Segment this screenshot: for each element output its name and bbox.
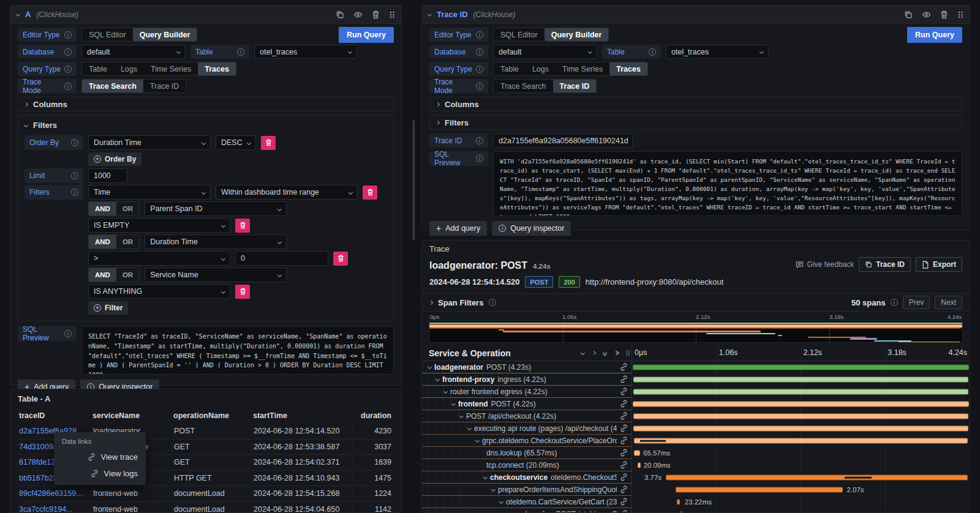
query-type-table[interactable]: Table bbox=[494, 62, 526, 75]
and-option[interactable]: AND bbox=[89, 235, 116, 249]
filter-field-select-service[interactable]: Service Name bbox=[145, 268, 287, 282]
trash-icon[interactable] bbox=[940, 10, 948, 19]
info-icon[interactable]: i bbox=[64, 330, 72, 337]
filters-section[interactable]: Filters bbox=[429, 115, 962, 130]
remove-filter-button[interactable] bbox=[333, 252, 348, 266]
remove-time-filter-button[interactable] bbox=[363, 185, 377, 200]
filters-section-header[interactable]: Filters bbox=[24, 121, 387, 130]
trace-id-option[interactable]: Trace ID bbox=[553, 80, 597, 92]
span-row[interactable]: frontendPOST (4.22s) bbox=[422, 398, 970, 410]
span-bar[interactable] bbox=[633, 414, 969, 419]
columns-section[interactable]: Columns bbox=[429, 97, 962, 111]
trace-search-option[interactable]: Trace Search bbox=[494, 80, 553, 92]
info-icon[interactable]: i bbox=[489, 299, 496, 306]
run-query-button[interactable]: Run Query bbox=[907, 27, 962, 43]
add-query-button[interactable]: +Add query bbox=[429, 221, 487, 236]
filter-time-field-select[interactable]: Time bbox=[88, 185, 211, 200]
eye-icon[interactable] bbox=[922, 10, 931, 19]
info-icon[interactable]: i bbox=[71, 172, 78, 179]
info-icon[interactable]: i bbox=[71, 189, 78, 196]
add-filter-button[interactable]: +Filter bbox=[88, 301, 128, 315]
link-icon[interactable] bbox=[620, 498, 628, 506]
table-select[interactable]: otel_traces bbox=[254, 45, 357, 59]
panel-header-a[interactable]: A (ClickHouse) bbox=[10, 6, 401, 24]
sql-editor-option[interactable]: SQL Editor bbox=[494, 28, 545, 41]
info-icon[interactable]: i bbox=[476, 48, 483, 56]
chevron-down-icon[interactable] bbox=[459, 414, 464, 418]
export-button[interactable]: Export bbox=[916, 257, 962, 272]
col-traceid[interactable]: traceID bbox=[18, 411, 91, 420]
info-icon[interactable]: i bbox=[476, 31, 483, 39]
filter-time-value-select[interactable]: Within dashboard time range bbox=[216, 185, 358, 200]
link-icon[interactable] bbox=[620, 412, 628, 420]
and-or-toggle[interactable]: ANDOR bbox=[88, 201, 140, 216]
info-icon[interactable]: i bbox=[649, 48, 656, 56]
span-row[interactable]: oteldemo.CartService/GetCart (23.22ms) 2… bbox=[422, 496, 970, 508]
query-type-toggle[interactable]: TableLogsTime SeriesTraces bbox=[493, 62, 648, 76]
database-select[interactable]: default bbox=[493, 45, 597, 59]
editor-type-toggle[interactable]: SQL EditorQuery Builder bbox=[81, 28, 197, 42]
info-icon[interactable]: i bbox=[71, 139, 78, 146]
span-bar[interactable] bbox=[634, 451, 640, 456]
collapse-chevron-icon[interactable] bbox=[428, 12, 432, 17]
give-feedback-button[interactable]: Give feedback bbox=[796, 260, 854, 269]
order-by-field-select[interactable]: Duration Time bbox=[88, 135, 211, 150]
trace-mode-toggle[interactable]: Trace SearchTrace ID bbox=[81, 79, 186, 93]
filter-value-input[interactable]: 0 bbox=[235, 251, 328, 266]
link-icon[interactable] bbox=[620, 510, 628, 513]
editor-type-toggle[interactable]: SQL EditorQuery Builder bbox=[493, 28, 609, 42]
link-icon[interactable] bbox=[620, 436, 628, 444]
span-bar[interactable] bbox=[677, 500, 680, 505]
span-filters-label[interactable]: Span Filters bbox=[438, 298, 483, 307]
query-type-timeseries[interactable]: Time Series bbox=[144, 62, 198, 75]
collapse-one-icon[interactable] bbox=[581, 351, 585, 355]
link-icon[interactable] bbox=[620, 473, 628, 481]
chevron-down-icon[interactable] bbox=[435, 377, 440, 381]
span-bar[interactable] bbox=[633, 402, 969, 407]
info-icon[interactable]: i bbox=[64, 48, 72, 56]
query-type-logs[interactable]: Logs bbox=[114, 62, 144, 75]
panel-scrollbar[interactable] bbox=[413, 120, 415, 240]
column-resize-handle[interactable]: || bbox=[626, 350, 630, 356]
filter-op-select-is-empty[interactable]: IS EMPTY bbox=[88, 218, 230, 233]
info-icon[interactable]: i bbox=[476, 137, 483, 144]
span-row[interactable]: POST /api/checkout (4.22s) bbox=[422, 410, 970, 422]
view-logs-link[interactable]: View logs bbox=[54, 465, 146, 482]
and-or-toggle[interactable]: ANDOR bbox=[88, 268, 140, 282]
query-inspector-button[interactable]: iQuery inspector bbox=[492, 221, 571, 236]
trace-id-button[interactable]: Trace ID bbox=[859, 257, 911, 272]
order-by-direction-select[interactable]: DESC bbox=[216, 135, 256, 150]
run-query-button[interactable]: Run Query bbox=[339, 27, 394, 43]
span-filters-chevron-icon[interactable] bbox=[429, 300, 433, 304]
query-type-traces[interactable]: Traces bbox=[198, 62, 236, 75]
query-type-table[interactable]: Table bbox=[82, 62, 114, 75]
and-or-toggle[interactable]: ANDOR bbox=[88, 234, 140, 249]
span-row[interactable]: cartservicePOST /oteldemo.CartService/Ge… bbox=[422, 508, 970, 513]
link-icon[interactable] bbox=[620, 388, 628, 395]
next-button[interactable]: Next bbox=[935, 296, 962, 309]
duplicate-icon[interactable] bbox=[336, 10, 344, 19]
chevron-down-icon[interactable] bbox=[428, 365, 432, 369]
filter-field-select-duration[interactable]: Duration Time bbox=[145, 234, 287, 249]
query-type-logs[interactable]: Logs bbox=[526, 62, 556, 75]
trash-icon[interactable] bbox=[372, 10, 380, 19]
duplicate-icon[interactable] bbox=[904, 10, 913, 19]
col-duration[interactable]: duration bbox=[352, 411, 394, 420]
span-bar[interactable] bbox=[633, 365, 969, 370]
remove-filter-button[interactable] bbox=[235, 219, 250, 233]
span-bar[interactable] bbox=[638, 463, 640, 468]
chevron-down-icon[interactable] bbox=[483, 475, 488, 479]
prev-button[interactable]: Prev bbox=[903, 296, 930, 309]
chevron-down-icon[interactable] bbox=[467, 426, 472, 430]
expand-all-icon[interactable] bbox=[614, 351, 619, 354]
chevron-down-icon[interactable] bbox=[451, 402, 456, 406]
or-option[interactable]: OR bbox=[116, 202, 139, 215]
span-row[interactable]: prepareOrderItemsAndShippingQuoteFromCar… bbox=[422, 484, 970, 496]
span-row[interactable]: router frontend egress (4.22s) bbox=[422, 386, 970, 398]
span-bar[interactable] bbox=[634, 438, 968, 444]
minimap-canvas[interactable] bbox=[429, 321, 963, 343]
and-option[interactable]: AND bbox=[89, 202, 116, 215]
link-icon[interactable] bbox=[620, 400, 628, 408]
collapse-all-icon[interactable] bbox=[603, 351, 606, 356]
and-option[interactable]: AND bbox=[89, 268, 116, 282]
